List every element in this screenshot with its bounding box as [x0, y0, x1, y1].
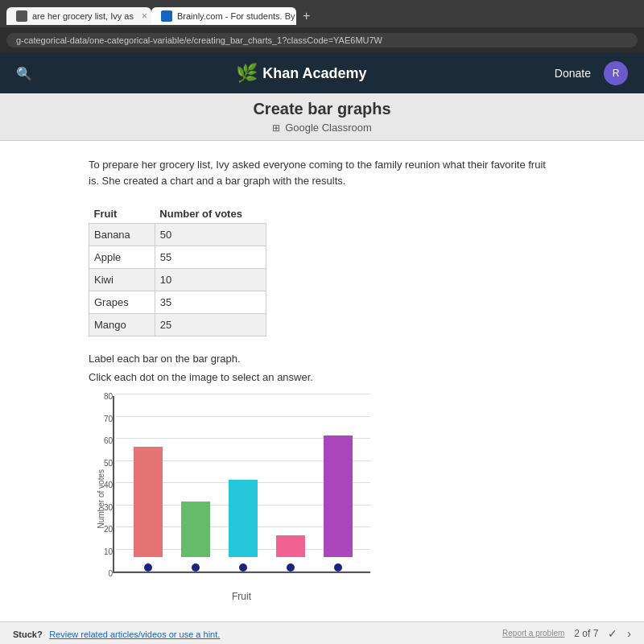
search-icon[interactable]: 🔍: [16, 66, 32, 81]
bar-rect: [324, 436, 353, 557]
y-tick-label: 40: [92, 481, 113, 489]
x-axis-label: Fruit: [113, 591, 370, 602]
y-tick-label: 60: [92, 436, 113, 445]
ka-logo: 🌿 Khan Academy: [48, 63, 555, 84]
y-tick-label: 20: [92, 525, 113, 534]
data-table: Fruit Number of votes Banana50Apple55Kiw…: [89, 204, 266, 336]
bar-wrapper: [134, 447, 163, 572]
table-row: Kiwi: [89, 269, 155, 291]
table-row: 10: [155, 269, 266, 291]
instruction-2: Click each dot on the image to select an…: [89, 371, 555, 383]
bar-dot[interactable]: [287, 564, 295, 572]
tab-1-label: are her grocery list, Ivy as: [32, 11, 134, 21]
bar-dot[interactable]: [239, 564, 247, 572]
ka-logo-text: Khan Academy: [262, 65, 366, 82]
table-row: Mango: [89, 314, 155, 336]
title-bar: Create bar graphs ⊞ Google Classroom: [0, 93, 644, 141]
grid-line: [116, 394, 370, 394]
bar-dot[interactable]: [334, 564, 342, 572]
y-tick-label: 30: [92, 503, 113, 512]
address-bar[interactable]: g-categorical-data/one-categorical-varia…: [6, 33, 638, 47]
review-link[interactable]: Review related articles/videos or use a …: [49, 630, 220, 639]
col-fruit-header: Fruit: [89, 204, 155, 224]
table-row: 35: [155, 291, 266, 314]
bar-rect: [181, 502, 210, 557]
chart-area: 01020304050607080: [113, 396, 370, 573]
google-classroom-label: Google Classroom: [285, 122, 372, 134]
table-row: 55: [155, 246, 266, 269]
table-row: 25: [155, 314, 266, 336]
bar-dot[interactable]: [192, 564, 200, 572]
new-tab-button[interactable]: +: [303, 9, 310, 23]
instruction-1: Label each bar on the bar graph.: [89, 353, 555, 365]
y-tick-label: 80: [92, 392, 113, 401]
avatar[interactable]: R: [604, 61, 628, 85]
tab-1[interactable]: are her grocery list, Ivy as ×: [6, 7, 151, 25]
google-classroom-link[interactable]: ⊞ Google Classroom: [16, 122, 628, 134]
bar-wrapper: [181, 502, 210, 572]
stuck-text: Stuck?: [13, 630, 43, 639]
bar-rect: [276, 535, 305, 558]
y-tick-label: 0: [92, 569, 113, 578]
nav-counter: 2 of 7: [574, 628, 598, 639]
bar-rect: [134, 447, 163, 558]
bar-rect: [229, 480, 258, 557]
donate-button[interactable]: Donate: [555, 67, 591, 80]
table-row: Grapes: [89, 291, 155, 314]
table-row: Banana: [89, 224, 155, 246]
tab-2-label: Brainly.com - For students. By stu: [177, 11, 296, 21]
tab-2-icon: [161, 10, 172, 22]
y-tick-label: 50: [92, 459, 113, 468]
tab-2[interactable]: Brainly.com - For students. By stu ×: [151, 7, 296, 25]
page-title: Create bar graphs: [16, 100, 628, 118]
table-row: Apple: [89, 246, 155, 269]
table-row: 50: [155, 224, 266, 246]
bar-wrapper: [324, 436, 353, 572]
bottom-bar: Stuck? Review related articles/videos or…: [0, 621, 644, 644]
bar-dot[interactable]: [144, 564, 152, 572]
problem-description: To prepare her grocery list, Ivy asked e…: [89, 157, 555, 188]
bar-wrapper: [229, 480, 258, 572]
gc-icon: ⊞: [272, 122, 280, 134]
stuck-section: Stuck? Review related articles/videos or…: [13, 626, 220, 641]
bar-wrapper: [276, 535, 305, 572]
y-tick-label: 10: [92, 547, 113, 556]
tab-1-close[interactable]: ×: [142, 10, 147, 22]
tab-1-icon: [16, 10, 27, 22]
ka-leaf-icon: 🌿: [236, 63, 258, 84]
y-tick-label: 70: [92, 415, 113, 423]
report-link[interactable]: Report a problem: [502, 629, 564, 638]
col-votes-header: Number of votes: [155, 204, 266, 224]
chart-wrapper: Number of votes 01020304050607080 Fruit: [89, 396, 555, 602]
nav-check-icon[interactable]: ✓: [608, 627, 617, 640]
nav-arrow-icon[interactable]: ›: [627, 627, 631, 640]
